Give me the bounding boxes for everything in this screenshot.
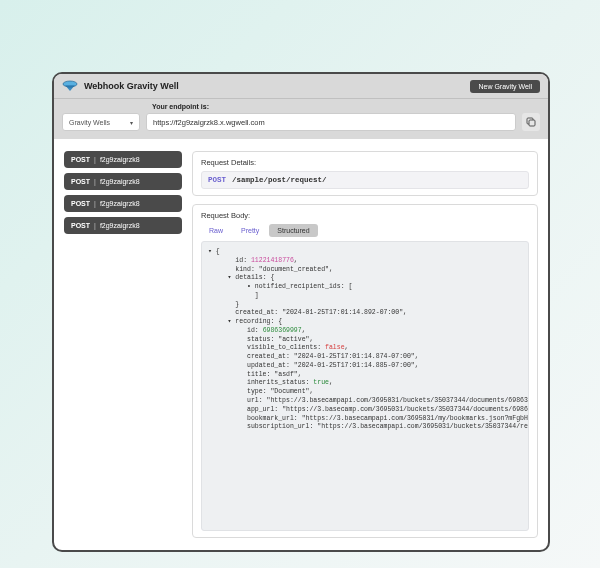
json-body-view[interactable]: ▾ { id: 11221418776, kind: "document_cre… [201, 241, 529, 531]
request-path: /sample/post/request/ [232, 176, 327, 184]
copy-button[interactable] [522, 113, 540, 131]
endpoint-label: Your endpoint is: [152, 103, 540, 110]
method-label: POST [71, 200, 90, 207]
body-tabs: Raw Pretty Structured [201, 224, 529, 237]
copy-icon [526, 115, 536, 130]
dropdown-label: Gravity Wells [69, 119, 110, 126]
method-label: POST [71, 222, 90, 229]
request-id: f2g9zaigrzk8 [100, 222, 140, 229]
tab-pretty[interactable]: Pretty [233, 224, 267, 237]
request-id: f2g9zaigrzk8 [100, 200, 140, 207]
tab-raw[interactable]: Raw [201, 224, 231, 237]
request-line: POST /sample/post/request/ [201, 171, 529, 189]
app-title: Webhook Gravity Well [84, 81, 179, 91]
request-body-panel: Request Body: Raw Pretty Structured ▾ { … [192, 204, 538, 538]
method-label: POST [71, 178, 90, 185]
method-label: POST [71, 156, 90, 163]
request-id: f2g9zaigrzk8 [100, 156, 140, 163]
chevron-down-icon: ▾ [130, 119, 133, 126]
new-gravity-well-button[interactable]: New Gravity Well [470, 80, 540, 93]
request-item[interactable]: POST | f2g9zaigrzk8 [64, 151, 182, 168]
gravity-wells-dropdown[interactable]: Gravity Wells ▾ [62, 113, 140, 131]
request-item[interactable]: POST | f2g9zaigrzk8 [64, 173, 182, 190]
request-item[interactable]: POST | f2g9zaigrzk8 [64, 217, 182, 234]
gravity-well-icon [62, 80, 78, 92]
request-list: POST | f2g9zaigrzk8 POST | f2g9zaigrzk8 … [64, 151, 182, 538]
detail-pane: Request Details: POST /sample/post/reque… [192, 151, 538, 538]
request-id: f2g9zaigrzk8 [100, 178, 140, 185]
svg-rect-3 [529, 120, 535, 126]
title-bar: Webhook Gravity Well New Gravity Well [54, 74, 548, 98]
request-body-title: Request Body: [201, 211, 529, 220]
request-details-panel: Request Details: POST /sample/post/reque… [192, 151, 538, 196]
tab-structured[interactable]: Structured [269, 224, 317, 237]
request-method: POST [208, 176, 226, 184]
main-body: POST | f2g9zaigrzk8 POST | f2g9zaigrzk8 … [54, 139, 548, 550]
request-details-title: Request Details: [201, 158, 529, 167]
app-window: Webhook Gravity Well New Gravity Well Yo… [52, 72, 550, 552]
request-item[interactable]: POST | f2g9zaigrzk8 [64, 195, 182, 212]
endpoint-url-input[interactable]: https://f2g9zaigrzk8.x.wgwell.com [146, 113, 516, 131]
endpoint-bar: Your endpoint is: Gravity Wells ▾ https:… [54, 98, 548, 139]
